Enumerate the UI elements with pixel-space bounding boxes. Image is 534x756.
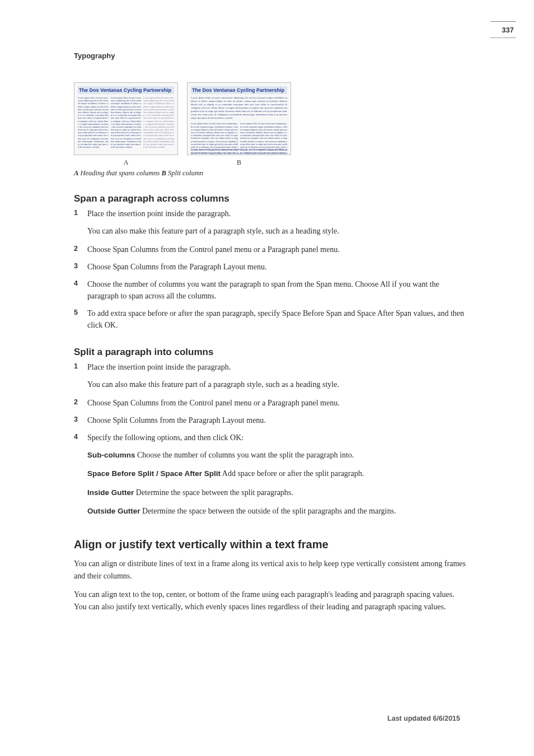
- step: 4 Choose the number of columns you want …: [74, 278, 466, 302]
- heading-span: Span a paragraph across columns: [74, 193, 466, 204]
- caption-b-bold: B: [162, 169, 166, 177]
- step-text: Place the insertion point inside the par…: [87, 361, 231, 373]
- step: 1 Place the insertion point inside the p…: [74, 208, 466, 220]
- page-number-box: 337: [490, 21, 516, 38]
- step-text: Choose the number of columns you want th…: [87, 278, 466, 302]
- illustration-a: The Dos Ventanas Cycling Partnership Lor…: [74, 82, 178, 155]
- step-number: 5: [74, 307, 87, 331]
- letter-b: B: [187, 158, 291, 167]
- step: 4 Specify the following options, and the…: [74, 432, 466, 444]
- step-number: 3: [74, 261, 87, 273]
- running-head: Typography: [74, 52, 466, 60]
- option-label: Inside Gutter: [87, 488, 134, 497]
- footer-last-updated: Last updated 6/6/2015: [387, 715, 460, 722]
- step-number: 1: [74, 208, 87, 220]
- option-row: Space Before Split / Space After Split A…: [87, 468, 466, 479]
- illustration-row: The Dos Ventanas Cycling Partnership Lor…: [74, 82, 466, 155]
- heading-split: Split a paragraph into columns: [74, 347, 466, 358]
- greek-text: Lorem ipsum dolor sit amet consectetur a…: [191, 96, 287, 120]
- illustration-b: The Dos Ventanas Cycling Partnership Lor…: [187, 82, 291, 155]
- step-note: You can also make this feature part of a…: [87, 379, 466, 390]
- caption-b-text: Split column: [166, 169, 203, 177]
- step-text: To add extra space before or after the s…: [87, 307, 466, 331]
- step-number: 1: [74, 361, 87, 373]
- option-text: Determine the space between the split pa…: [134, 488, 293, 497]
- page-number: 337: [502, 26, 514, 34]
- option-label: Space Before Split / Space After Split: [87, 469, 221, 478]
- illustration-letters: A B: [74, 158, 466, 167]
- step-number: 4: [74, 432, 87, 444]
- letter-a: A: [74, 158, 178, 167]
- illus-a-title: The Dos Ventanas Cycling Partnership: [78, 86, 174, 94]
- step-number: 2: [74, 397, 87, 409]
- paragraph: You can align or distribute lines of tex…: [74, 558, 466, 582]
- step-text: Place the insertion point inside the par…: [87, 208, 231, 220]
- step: 2 Choose Span Columns from the Control p…: [74, 397, 466, 409]
- option-text: Determine the space between the outside …: [140, 507, 396, 515]
- step-number: 4: [74, 278, 87, 302]
- step-note: You can also make this feature part of a…: [87, 225, 466, 237]
- heading-align: Align or justify text vertically within …: [74, 538, 466, 551]
- content-area: Typography The Dos Ventanas Cycling Part…: [74, 52, 466, 620]
- option-label: Outside Gutter: [87, 507, 140, 515]
- caption-a-text: Heading that spans columns: [78, 169, 161, 177]
- step-text: Choose Split Columns from the Paragraph …: [87, 414, 266, 426]
- option-text: Add space before or after the split para…: [221, 469, 364, 478]
- option-row: Inside Gutter Determine the space betwee…: [87, 487, 466, 498]
- step-text: Choose Span Columns from the Control pan…: [87, 397, 340, 409]
- option-row: Outside Gutter Determine the space betwe…: [87, 505, 466, 517]
- step-text: Choose Span Columns from the Control pan…: [87, 244, 340, 255]
- step: 3 Choose Span Columns from the Paragraph…: [74, 261, 466, 273]
- step-text: Specify the following options, and then …: [87, 432, 243, 444]
- greek-text: Lorem ipsum dolor sit amet consectetur a…: [191, 148, 287, 155]
- option-label: Sub-columns: [87, 451, 135, 459]
- step: 1 Place the insertion point inside the p…: [74, 361, 466, 373]
- illustration-caption: A Heading that spans columns B Split col…: [74, 169, 466, 178]
- illus-b-title: The Dos Ventanas Cycling Partnership: [191, 86, 287, 94]
- page: 337 Typography The Dos Ventanas Cycling …: [0, 0, 534, 756]
- step: 5 To add extra space before or after the…: [74, 307, 466, 331]
- option-row: Sub-columns Choose the number of columns…: [87, 449, 466, 461]
- step: 2 Choose Span Columns from the Control p…: [74, 244, 466, 255]
- greek-text: Lorem ipsum dolor sit amet consectetur a…: [78, 96, 109, 148]
- step-text: Choose Span Columns from the Paragraph L…: [87, 261, 266, 273]
- step-number: 2: [74, 244, 87, 255]
- step: 3 Choose Split Columns from the Paragrap…: [74, 414, 466, 426]
- step-number: 3: [74, 414, 87, 426]
- paragraph: You can align text to the top, center, o…: [74, 589, 466, 613]
- option-text: Choose the number of columns you want th…: [135, 451, 354, 459]
- greek-text: Lorem ipsum dolor sit amet consectetur a…: [143, 96, 174, 148]
- greek-text: Lorem ipsum dolor sit amet consectetur a…: [111, 96, 142, 148]
